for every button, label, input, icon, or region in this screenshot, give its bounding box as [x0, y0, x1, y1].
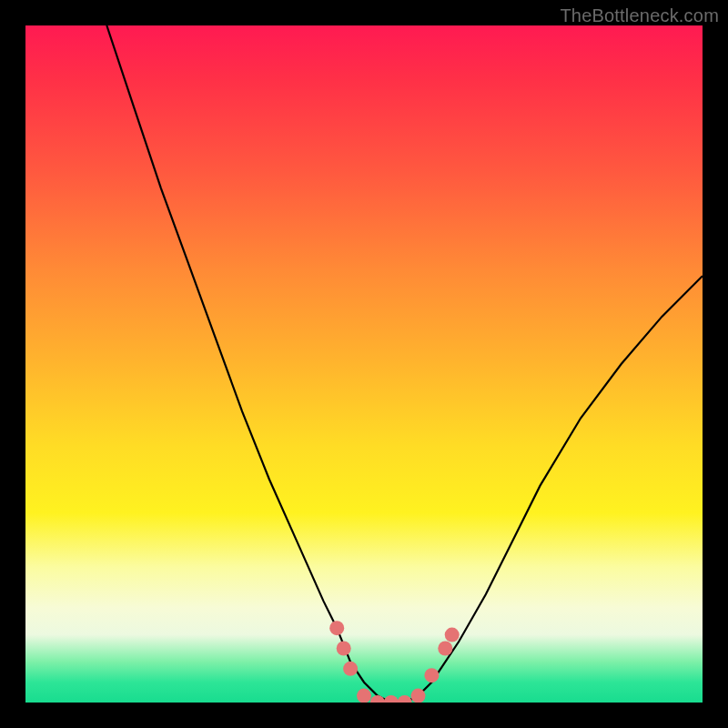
highlight-dot	[424, 668, 439, 682]
chart-frame: TheBottleneck.com	[0, 0, 728, 728]
bottleneck-curve	[106, 25, 703, 703]
highlight-dot	[357, 689, 371, 703]
curve-layer	[25, 25, 703, 703]
highlight-dot	[411, 689, 426, 703]
watermark-text: TheBottleneck.com	[560, 5, 719, 26]
highlight-dot	[343, 662, 358, 676]
plot-area	[25, 25, 703, 703]
highlight-dot	[370, 695, 385, 703]
highlight-dot	[384, 695, 399, 703]
highlight-dot	[445, 628, 460, 642]
highlight-marker-group	[329, 621, 460, 703]
highlight-dot	[398, 695, 412, 703]
highlight-dot	[329, 621, 344, 635]
highlight-dot	[337, 642, 351, 656]
highlight-dot	[438, 642, 452, 656]
